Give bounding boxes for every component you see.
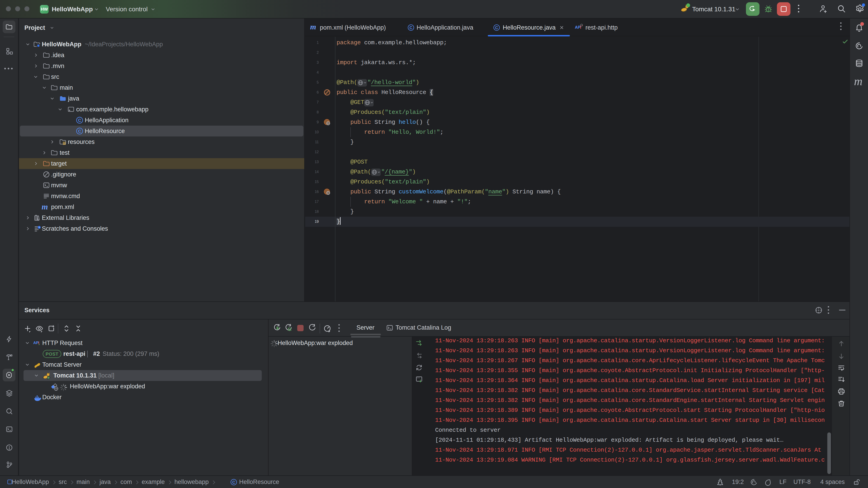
svg-text:C: C — [232, 480, 235, 485]
svg-text:AP: AP — [575, 25, 581, 30]
svg-text:C: C — [495, 26, 498, 30]
svg-text:AP: AP — [33, 341, 39, 345]
svg-text:C: C — [78, 118, 81, 123]
svg-text:C: C — [410, 26, 412, 30]
svg-text:C: C — [78, 129, 81, 133]
